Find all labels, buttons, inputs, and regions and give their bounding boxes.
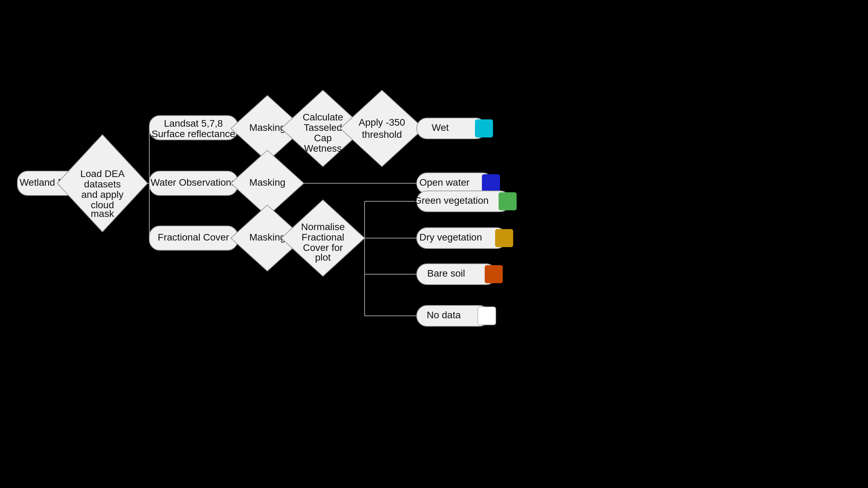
- svg-text:plot: plot: [315, 252, 331, 263]
- norm-fc-node: Normalise Fractional Cover for plot: [281, 200, 365, 276]
- svg-text:datasets: datasets: [84, 179, 121, 190]
- fractional-cover-node: Fractional Cover: [149, 226, 238, 250]
- no-data-output: No data: [417, 305, 496, 326]
- bare-soil-color-box: [485, 265, 503, 283]
- green-veg-color-box: [499, 192, 517, 210]
- svg-text:Dry vegetation: Dry vegetation: [419, 232, 482, 243]
- water-observations-node: Water Observations: [149, 171, 238, 195]
- no-data-color-box: [478, 307, 496, 325]
- svg-text:Green vegetation: Green vegetation: [414, 195, 489, 206]
- svg-text:Cap: Cap: [314, 133, 332, 143]
- svg-text:Bare soil: Bare soil: [427, 268, 465, 279]
- svg-text:Normalise: Normalise: [301, 221, 345, 232]
- svg-text:Apply -350: Apply -350: [359, 117, 405, 128]
- svg-text:Water Observations: Water Observations: [151, 177, 236, 188]
- svg-text:Fractional Cover: Fractional Cover: [158, 232, 229, 243]
- landsat-node: Landsat 5,7,8 Surface reflectance: [149, 116, 238, 140]
- dry-veg-color-box: [495, 229, 513, 247]
- svg-text:Wetness: Wetness: [304, 143, 342, 154]
- svg-text:Calculate: Calculate: [303, 112, 343, 123]
- svg-text:Masking: Masking: [249, 232, 285, 243]
- green-veg-output: Green vegetation: [414, 191, 517, 212]
- open-water-color-box: [482, 174, 500, 192]
- svg-text:mask: mask: [91, 208, 115, 219]
- bare-soil-output: Bare soil: [417, 264, 503, 285]
- svg-text:Landsat 5,7,8: Landsat 5,7,8: [164, 118, 223, 129]
- flowchart-diagram: Wetland Polygon Load DEA datasets and ap…: [0, 0, 868, 488]
- apply-350-node: Apply -350 threshold: [340, 90, 424, 167]
- svg-text:No data: No data: [427, 310, 461, 320]
- svg-text:threshold: threshold: [362, 129, 402, 140]
- svg-marker-44: [340, 90, 424, 167]
- svg-text:Masking: Masking: [249, 177, 285, 188]
- wet-output: Wet: [417, 118, 493, 139]
- load-dea-node: Load DEA datasets and apply cloud mask: [57, 135, 148, 232]
- svg-text:Load DEA: Load DEA: [80, 168, 125, 179]
- svg-text:Open water: Open water: [419, 177, 470, 188]
- svg-text:Masking: Masking: [249, 122, 285, 133]
- svg-text:Fractional: Fractional: [302, 232, 344, 243]
- wet-color-box: [475, 119, 493, 137]
- dry-veg-output: Dry vegetation: [417, 228, 513, 249]
- svg-text:Tasseled: Tasseled: [304, 122, 342, 133]
- svg-text:Surface reflectance: Surface reflectance: [151, 128, 235, 139]
- svg-text:Cover for: Cover for: [303, 242, 343, 253]
- svg-text:Wet: Wet: [432, 122, 449, 133]
- svg-text:and apply: and apply: [81, 189, 123, 200]
